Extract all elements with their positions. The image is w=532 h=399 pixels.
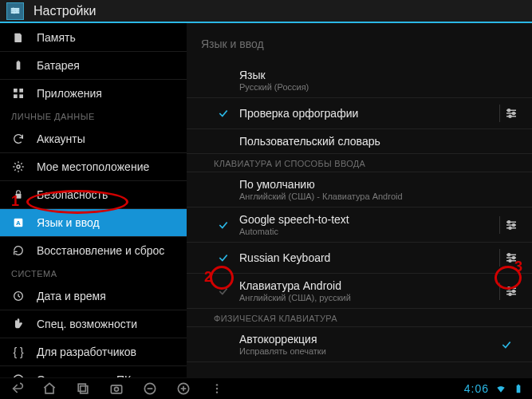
svg-point-22 [513, 113, 515, 115]
wifi-icon [495, 383, 506, 394]
svg-point-12 [17, 165, 20, 168]
settings-sliders-icon[interactable] [502, 282, 521, 301]
sidebar-item-label: Восстановление и сброс [37, 244, 164, 257]
sidebar-section-system: СИСТЕМА [0, 264, 187, 282]
back-button[interactable] [8, 381, 24, 397]
row-autocorrect[interactable]: Автокоррекция Исправлять опечатки [187, 327, 532, 362]
svg-point-51 [216, 384, 218, 385]
pane-title: Язык и ввод [187, 23, 532, 63]
checkbox-android-keyboard[interactable] [214, 286, 233, 297]
svg-point-27 [508, 220, 510, 223]
svg-point-39 [508, 286, 510, 289]
sidebar-item-label: Приложения [37, 87, 102, 100]
row-label: Russian Keyboard [239, 251, 493, 264]
sidebar-item-memory[interactable]: Память [0, 23, 187, 51]
row-value: Английский (США), русский [239, 293, 493, 302]
svg-rect-54 [517, 385, 521, 393]
hand-icon [11, 317, 26, 331]
svg-point-33 [508, 254, 510, 256]
sidebar-item-label: Дата и время [37, 290, 106, 302]
sidebar-item-apps[interactable]: Приложения [0, 79, 187, 107]
svg-point-23 [509, 115, 511, 117]
svg-point-4 [16, 10, 18, 11]
battery-icon [11, 58, 26, 73]
sidebar-item-security[interactable]: Безопасность [0, 180, 187, 208]
sidebar-item-label: Для разработчиков [37, 346, 136, 358]
location-icon [11, 160, 26, 174]
row-android-keyboard[interactable]: Клавиатура Android Английский (США), рус… [187, 274, 532, 309]
row-value: Automatic [239, 227, 493, 236]
svg-point-45 [115, 387, 119, 391]
row-default-keyboard[interactable]: По умолчанию Английский (США) - Клавиату… [187, 172, 532, 207]
screenshot-button[interactable] [108, 381, 124, 397]
svg-rect-13 [16, 194, 22, 199]
row-russian-keyboard[interactable]: Russian Keyboard [187, 243, 532, 274]
svg-point-41 [509, 293, 511, 295]
svg-point-52 [216, 388, 218, 389]
row-label: Автокоррекция [239, 333, 492, 346]
svg-point-3 [13, 8, 14, 10]
sidebar-item-lang-input[interactable]: A Язык и ввод [0, 208, 187, 236]
svg-point-5 [14, 11, 15, 13]
sidebar-item-accounts[interactable]: Аккаунты [0, 124, 187, 152]
sidebar-item-location[interactable]: Мое местоположение [0, 152, 187, 180]
sidebar-item-label: Память [37, 31, 76, 44]
status-time: 4:06 [464, 382, 489, 395]
home-button[interactable] [41, 381, 57, 397]
volume-up-button[interactable] [175, 381, 191, 397]
sidebar-item-label: Аккаунты [37, 132, 85, 145]
sidebar-item-label: Безопасность [37, 188, 108, 201]
sidebar-item-battery[interactable]: Батарея [0, 51, 187, 79]
svg-point-21 [508, 109, 510, 112]
recent-apps-button[interactable] [75, 381, 91, 397]
svg-rect-55 [518, 385, 519, 385]
svg-text:A: A [16, 219, 21, 227]
settings-sidebar: Память Батарея Приложения ЛИЧНЫЕ ДАННЫЕ … [0, 23, 187, 377]
section-keyboards: КЛАВИАТУРА И СПОСОБЫ ВВОДА [187, 154, 532, 172]
svg-rect-11 [19, 94, 23, 98]
checkbox-google-speech[interactable] [214, 219, 233, 231]
svg-point-28 [513, 223, 515, 226]
braces-icon: { } [11, 345, 26, 359]
lock-icon [11, 188, 26, 202]
svg-point-35 [509, 259, 511, 262]
sidebar-item-label: Батарея [37, 59, 80, 72]
restore-icon [11, 243, 26, 258]
action-bar: Настройки [0, 0, 532, 23]
sidebar-item-backup-reset[interactable]: Восстановление и сброс [0, 236, 187, 264]
svg-rect-10 [14, 94, 18, 98]
sync-icon [11, 132, 26, 146]
row-value: Английский (США) - Клавиатура Android [239, 192, 516, 201]
svg-point-40 [513, 290, 515, 292]
sidebar-section-personal: ЛИЧНЫЕ ДАННЫЕ [0, 107, 187, 124]
row-label: Пользовательский словарь [239, 135, 516, 148]
section-physical: ФИЗИЧЕСКАЯ КЛАВИАТУРА [187, 309, 532, 327]
settings-sliders-icon[interactable] [502, 104, 521, 123]
sidebar-item-datetime[interactable]: Дата и время [0, 282, 187, 310]
svg-rect-6 [17, 61, 21, 69]
row-label: По умолчанию [239, 178, 516, 191]
sidebar-item-label: Спец. возможности [37, 318, 137, 330]
sidebar-item-developer[interactable]: { } Для разработчиков [0, 338, 187, 365]
sidebar-item-accessibility[interactable]: Спец. возможности [0, 310, 187, 338]
row-label: Клавиатура Android [239, 279, 493, 292]
menu-button[interactable] [209, 381, 225, 397]
row-dictionary[interactable]: Пользовательский словарь [187, 129, 532, 154]
battery-status-icon [513, 383, 524, 394]
sidebar-item-about[interactable]: О планшетном ПК [0, 365, 187, 377]
svg-point-53 [216, 391, 218, 393]
checkbox-autocorrect[interactable] [497, 339, 516, 350]
settings-sliders-icon[interactable] [502, 215, 521, 235]
row-value: Исправлять опечатки [239, 346, 492, 356]
row-label: Язык [239, 69, 516, 81]
svg-point-29 [509, 227, 511, 229]
checkbox-spellcheck[interactable] [214, 108, 233, 119]
row-language[interactable]: Язык Русский (Россия) [187, 63, 532, 98]
row-google-speech[interactable]: Google speech-to-text Automatic [187, 207, 532, 243]
row-spellcheck[interactable]: Проверка орфографии [187, 98, 532, 129]
settings-sliders-icon[interactable] [502, 248, 521, 267]
checkbox-russian-keyboard[interactable] [214, 252, 233, 263]
settings-app-icon [6, 2, 24, 20]
row-value: Русский (Россия) [239, 82, 516, 92]
volume-down-button[interactable] [142, 381, 158, 397]
